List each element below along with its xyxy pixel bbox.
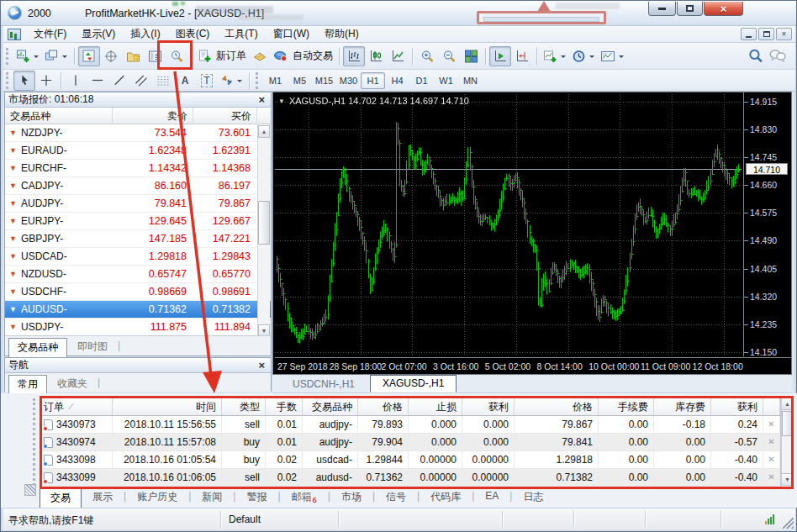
timeframe-mn-button[interactable]: MN bbox=[458, 72, 483, 89]
zoom-in-button[interactable] bbox=[416, 46, 438, 66]
tab-account-history[interactable]: 账户历史 bbox=[127, 488, 187, 507]
market-watch-header[interactable]: 交易品种 卖价 买价 bbox=[5, 108, 271, 124]
symbol-row[interactable]: ▼NZDUSD-0.657470.65770 bbox=[5, 266, 271, 283]
chart-shift-button[interactable] bbox=[511, 46, 533, 66]
tab-mailbox[interactable]: 邮箱6 bbox=[282, 488, 327, 507]
child-close-button[interactable]: × bbox=[776, 28, 792, 40]
col-profit[interactable]: 获利 bbox=[711, 398, 763, 415]
scroll-up-icon[interactable]: ▲ bbox=[782, 398, 793, 410]
chart-child-icon[interactable] bbox=[8, 29, 21, 40]
candlestick-chart-button[interactable] bbox=[365, 46, 387, 66]
timeframes-button[interactable] bbox=[569, 46, 598, 66]
new-order-button[interactable]: 新订单 bbox=[195, 46, 249, 66]
maximize-button[interactable] bbox=[677, 2, 703, 16]
col-swap[interactable]: 库存费 bbox=[654, 398, 711, 415]
indicators-button[interactable] bbox=[541, 46, 569, 66]
navigator-toggle-button[interactable] bbox=[122, 46, 144, 66]
cursor-tool-button[interactable] bbox=[13, 71, 35, 91]
tab-tick-chart[interactable]: 即时图 bbox=[69, 338, 116, 356]
orders-table-header[interactable]: 订单∕ 时间 类型 手数 交易品种 价格 止损 获利 价格 手续费 库存费 获利 bbox=[40, 398, 780, 416]
chart-ohlc-header[interactable]: ▼ XAGUSD-,H1 14.702 14.713 14.697 14.710 bbox=[278, 96, 469, 106]
minimize-button[interactable] bbox=[648, 2, 676, 16]
symbol-row[interactable]: ▼NZDJPY-73.54473.601 bbox=[5, 124, 271, 142]
symbol-row[interactable]: ▼GBPJPY-147.185147.221 bbox=[5, 230, 271, 248]
close-order-icon[interactable]: ✕ bbox=[763, 434, 780, 450]
search-button[interactable] bbox=[745, 46, 767, 66]
chart-price-axis[interactable]: 14.710 14.91514.83014.74514.66014.57514.… bbox=[743, 92, 791, 356]
timeframe-m1-button[interactable]: M1 bbox=[263, 72, 288, 89]
terminal-grip[interactable] bbox=[33, 398, 38, 486]
timeframe-m15-button[interactable]: M15 bbox=[312, 72, 336, 89]
autotrading-button[interactable]: 自动交易 bbox=[271, 46, 335, 66]
text-label-tool-button[interactable]: T bbox=[196, 71, 218, 91]
zoom-out-button[interactable] bbox=[438, 46, 460, 66]
dropdown-caret[interactable] bbox=[34, 55, 39, 61]
child-restore-button[interactable] bbox=[758, 28, 774, 40]
column-ask[interactable]: 买价 bbox=[193, 108, 257, 124]
chart-tab-xagusd[interactable]: XAGUSD-,H1 bbox=[370, 375, 457, 392]
bar-chart-button[interactable] bbox=[343, 46, 365, 66]
tab-alerts[interactable]: 警报 bbox=[236, 488, 277, 507]
toolbar-grip[interactable] bbox=[6, 72, 10, 89]
col-price-current[interactable]: 价格 bbox=[515, 398, 599, 415]
timeframe-m5-button[interactable]: M5 bbox=[288, 72, 312, 89]
col-sl[interactable]: 止损 bbox=[409, 398, 462, 415]
dropdown-caret[interactable] bbox=[561, 55, 566, 61]
terminal-corner-grip[interactable] bbox=[24, 484, 36, 496]
close-order-icon[interactable]: ✕ bbox=[763, 451, 780, 468]
symbol-row-selected[interactable]: ▼AUDUSD-0.713620.71382 bbox=[5, 301, 271, 319]
metaeditor-button[interactable] bbox=[249, 46, 271, 66]
symbol-row[interactable]: ▼USDJPY-111.875111.894 bbox=[5, 319, 271, 336]
close-order-icon[interactable]: ✕ bbox=[763, 469, 780, 486]
tab-favorites[interactable]: 收藏夹 bbox=[49, 375, 96, 393]
col-type[interactable]: 类型 bbox=[222, 398, 266, 415]
chart-tab-usdcnh[interactable]: USDCNH-,H1 bbox=[281, 377, 367, 392]
tile-windows-button[interactable] bbox=[460, 46, 482, 66]
dropdown-caret[interactable] bbox=[62, 55, 67, 61]
tab-signals[interactable]: 信号 bbox=[376, 488, 416, 507]
trendline-tool-button[interactable] bbox=[108, 71, 130, 91]
text-tool-button[interactable]: A bbox=[174, 71, 196, 91]
tab-experts[interactable]: EA bbox=[475, 488, 509, 504]
col-time[interactable]: 时间 bbox=[113, 398, 222, 415]
market-watch-toggle-button[interactable] bbox=[78, 46, 100, 66]
menu-tools[interactable]: 工具(T) bbox=[217, 24, 265, 44]
status-profile[interactable]: Default bbox=[229, 514, 261, 525]
column-symbol[interactable]: 交易品种 bbox=[5, 108, 113, 124]
dropdown-caret[interactable] bbox=[619, 55, 624, 61]
toolbar-grip[interactable] bbox=[6, 48, 10, 65]
toolbar-grip[interactable] bbox=[256, 72, 260, 89]
order-row[interactable]: 3430973 2018.10.11 15:56:55sell 0.01audj… bbox=[40, 416, 780, 434]
strategy-tester-button[interactable] bbox=[166, 46, 187, 66]
tab-exposure[interactable]: 展示 bbox=[82, 488, 123, 507]
timeframe-h1-button[interactable]: H1 bbox=[361, 72, 385, 89]
close-order-icon[interactable]: ✕ bbox=[763, 416, 780, 433]
timeframe-d1-button[interactable]: D1 bbox=[409, 72, 434, 89]
new-chart-button[interactable] bbox=[13, 46, 42, 66]
scrollbar-thumb[interactable] bbox=[782, 411, 793, 436]
col-lots[interactable]: 手数 bbox=[266, 398, 303, 415]
terminal-toggle-button[interactable] bbox=[144, 46, 166, 66]
symbol-row[interactable]: ▼EURAUD-1.623481.62391 bbox=[5, 142, 271, 160]
tab-symbols[interactable]: 交易品种 bbox=[8, 338, 67, 358]
col-price[interactable]: 价格 bbox=[358, 398, 409, 415]
horizontal-line-tool-button[interactable] bbox=[87, 71, 108, 91]
menu-view[interactable]: 显示(V) bbox=[74, 24, 123, 44]
order-row[interactable]: 3430974 2018.10.11 15:57:08buy 0.01audjp… bbox=[40, 434, 780, 451]
scrollbar-thumb[interactable] bbox=[258, 201, 270, 245]
col-tp[interactable]: 获利 bbox=[462, 398, 515, 415]
profiles-button[interactable] bbox=[42, 46, 71, 66]
resize-grip[interactable] bbox=[783, 518, 794, 529]
child-minimize-button[interactable] bbox=[741, 28, 757, 40]
market-watch-close-icon[interactable]: × bbox=[256, 94, 267, 105]
dropdown-caret[interactable] bbox=[589, 55, 594, 61]
order-row[interactable]: 3433098 2018.10.16 01:05:54buy 0.02usdca… bbox=[40, 451, 780, 469]
symbol-row[interactable]: ▼AUDJPY-79.84179.867 bbox=[5, 195, 271, 213]
chart-time-axis[interactable]: 27 Sep 201828 Sep 18:002 Oct 07:003 Oct … bbox=[275, 357, 791, 374]
tab-code-base[interactable]: 代码库 bbox=[420, 488, 471, 507]
menu-window[interactable]: 窗口(W) bbox=[266, 24, 317, 44]
community-chat-button[interactable] bbox=[767, 46, 789, 66]
col-symbol[interactable]: 交易品种 bbox=[303, 398, 358, 415]
crosshair-tool-button[interactable] bbox=[35, 71, 57, 91]
timeframe-m30-button[interactable]: M30 bbox=[336, 72, 361, 89]
